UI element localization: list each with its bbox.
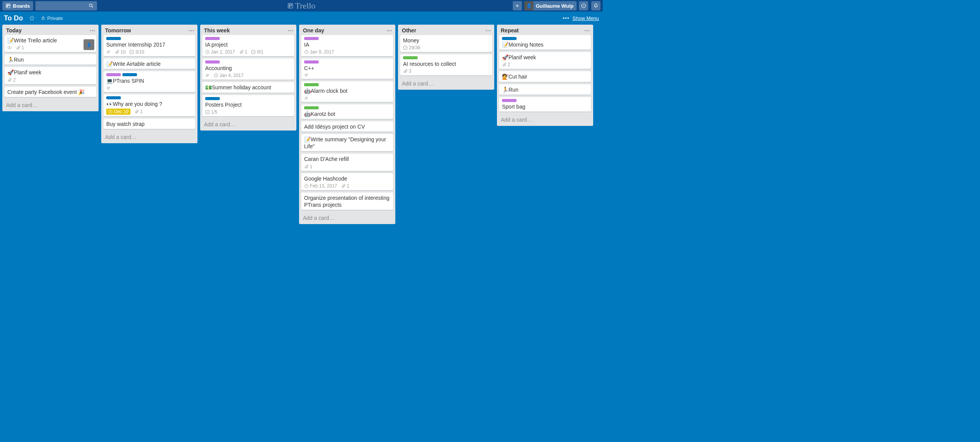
- card[interactable]: Sport bag: [499, 97, 591, 112]
- list-header[interactable]: One day •••: [299, 25, 395, 35]
- card[interactable]: Accounting Jan 4, 2017: [202, 59, 294, 80]
- list-menu-button[interactable]: •••: [386, 28, 392, 33]
- list: Repeat ••• 📝Morning Notes 🚀Planif week 2…: [497, 25, 593, 126]
- card[interactable]: 🤖Alarm clock bot: [301, 81, 393, 102]
- add-button[interactable]: [513, 1, 522, 10]
- label-purple[interactable]: [502, 99, 517, 102]
- list-header[interactable]: Today •••: [2, 25, 99, 35]
- card[interactable]: Summer Internship 2017 10 3/10: [104, 35, 195, 56]
- list-title[interactable]: This week: [204, 27, 230, 33]
- notifications-button[interactable]: [591, 1, 600, 10]
- card[interactable]: 📝Write Trello article 1 👤: [5, 35, 96, 52]
- list-menu-button[interactable]: •••: [485, 28, 491, 33]
- card-labels: [304, 37, 390, 40]
- list-title[interactable]: Tomorrow: [105, 27, 131, 33]
- label-blue[interactable]: [106, 37, 121, 40]
- card[interactable]: 💇Cut hair: [499, 71, 591, 82]
- label-blue[interactable]: [205, 97, 220, 100]
- card[interactable]: 💵Summer holiday account: [202, 82, 294, 92]
- card-title: Accounting: [205, 65, 291, 72]
- add-card-button[interactable]: Add a card…: [398, 78, 494, 90]
- label-purple[interactable]: [106, 73, 121, 76]
- board-header: To Do Private ••• Show Menu: [0, 12, 603, 25]
- list-menu-button[interactable]: •••: [90, 28, 95, 33]
- list-header[interactable]: Tomorrow •••: [101, 25, 197, 35]
- show-menu-button[interactable]: Show Menu: [572, 15, 599, 21]
- label-purple[interactable]: [205, 37, 220, 40]
- card[interactable]: 🚀Planif week 2: [5, 67, 96, 84]
- card-title: 📝Write Trello article: [7, 37, 94, 44]
- star-button[interactable]: [27, 14, 37, 22]
- card-badges: Jan 4, 2017: [205, 73, 291, 78]
- list-title[interactable]: Repeat: [501, 27, 519, 33]
- card-badges: 10 3/10: [106, 49, 192, 55]
- label-blue[interactable]: [502, 37, 517, 40]
- info-button[interactable]: [579, 1, 588, 10]
- list-title[interactable]: One day: [303, 27, 324, 33]
- card-title: Sport bag: [502, 103, 588, 110]
- label-purple[interactable]: [304, 60, 319, 64]
- list: Tomorrow ••• Summer Internship 2017 10 3…: [101, 25, 197, 143]
- checklist-badge: 1/5: [205, 109, 217, 115]
- card[interactable]: 🤖Karotz bot: [301, 104, 393, 119]
- user-menu-button[interactable]: 👤 Guillaume Wulp: [524, 1, 577, 10]
- list-header[interactable]: This week •••: [200, 25, 296, 35]
- card[interactable]: Buy watch strap: [104, 119, 195, 129]
- card[interactable]: Organize presentation of interesting PTr…: [301, 193, 393, 210]
- add-card-button[interactable]: Add a card…: [200, 119, 296, 131]
- label-blue[interactable]: [122, 73, 137, 76]
- card[interactable]: 🚀Planif week 2: [499, 52, 591, 69]
- card-title: 🤖Karotz bot: [304, 110, 390, 117]
- list-header[interactable]: Other •••: [398, 25, 494, 35]
- card[interactable]: IA project Jan 2, 2017 1 0/1: [202, 35, 294, 56]
- list-title[interactable]: Other: [402, 27, 416, 33]
- card[interactable]: Money 29/38: [400, 35, 492, 52]
- lock-icon: [41, 16, 45, 20]
- label-purple[interactable]: [205, 60, 220, 64]
- card-labels: [304, 60, 390, 64]
- label-purple[interactable]: [304, 37, 319, 40]
- add-card-button[interactable]: Add a card…: [101, 131, 197, 143]
- add-card-button[interactable]: Add a card…: [497, 114, 593, 126]
- card[interactable]: 🏃Run: [5, 54, 96, 65]
- list-title[interactable]: Today: [6, 27, 22, 33]
- board-canvas[interactable]: Today ••• 📝Write Trello article 1 👤 🏃Run…: [0, 25, 603, 272]
- card[interactable]: Caran D'Ache refill 1: [301, 154, 393, 171]
- watch-badge: [7, 45, 12, 50]
- due-badge: Dec 19: [106, 109, 130, 115]
- label-green[interactable]: [304, 83, 319, 86]
- card[interactable]: 📝Morning Notes: [499, 35, 591, 50]
- list-menu-button[interactable]: •••: [584, 28, 590, 33]
- card[interactable]: C++: [301, 59, 393, 79]
- search-input[interactable]: [35, 1, 97, 10]
- list-menu-button[interactable]: •••: [288, 28, 293, 33]
- list-menu-button[interactable]: •••: [189, 28, 194, 33]
- card[interactable]: Google Hashcode Feb 13, 2017 1: [301, 173, 393, 190]
- add-card-button[interactable]: Add a card…: [2, 99, 99, 111]
- boards-button[interactable]: Boards: [2, 1, 33, 10]
- list-header[interactable]: Repeat •••: [497, 25, 593, 35]
- card[interactable]: AI resources to collect 3: [400, 54, 492, 75]
- card[interactable]: Posters Project 1/5: [202, 95, 294, 116]
- card[interactable]: 💻PTrans SPIN: [104, 71, 195, 92]
- card[interactable]: 📝Write Airtable article: [104, 59, 195, 69]
- card[interactable]: 📝Write summary "Designing your Life": [301, 134, 393, 151]
- privacy-button[interactable]: Private: [38, 14, 65, 23]
- user-name: Guillaume Wulp: [536, 3, 574, 9]
- list-cards: 📝Write Trello article 1 👤 🏃Run 🚀Planif w…: [2, 35, 99, 99]
- card[interactable]: 👀Why are you doing ? Dec 19 1: [104, 94, 195, 116]
- date-badge: Feb 13, 2017: [304, 183, 337, 189]
- board-title[interactable]: To Do: [4, 14, 23, 22]
- card[interactable]: IA Jan 9, 2017: [301, 35, 393, 56]
- card-badges: [304, 73, 390, 77]
- card[interactable]: 🏃Run: [499, 84, 591, 95]
- label-green[interactable]: [403, 56, 418, 59]
- card-badges: 1/5: [205, 109, 291, 115]
- label-green[interactable]: [304, 106, 319, 109]
- card-member[interactable]: 👤: [84, 39, 94, 50]
- card[interactable]: Create party Facebook event 🎉: [5, 87, 96, 97]
- app-logo[interactable]: Trello: [288, 1, 316, 11]
- label-blue[interactable]: [106, 96, 121, 99]
- add-card-button[interactable]: Add a card…: [299, 212, 395, 224]
- card[interactable]: Add Idésys project on CV: [301, 121, 393, 132]
